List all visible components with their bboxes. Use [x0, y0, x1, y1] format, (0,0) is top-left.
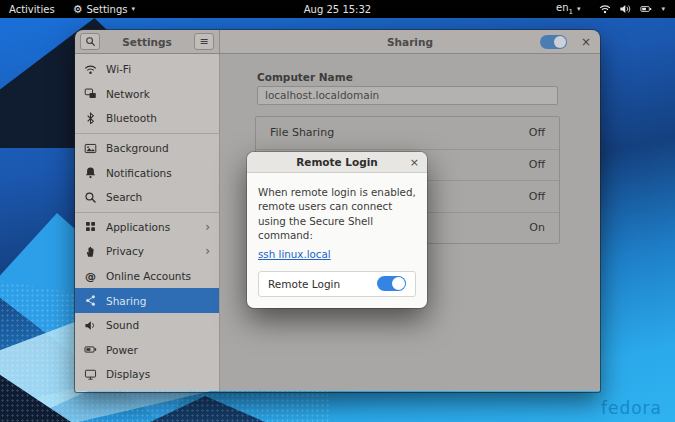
background-icon: [84, 142, 97, 155]
applications-grid-icon: [84, 220, 97, 233]
sidebar-item-label: Sound: [106, 319, 139, 331]
input-source-indicator[interactable]: en1 ▾: [547, 2, 589, 16]
dialog-header: Remote Login ×: [247, 152, 427, 173]
panel-title: Sharing: [387, 36, 433, 48]
caret-down-icon: ▾: [661, 5, 665, 13]
bluetooth-icon: [84, 112, 97, 125]
sidebar-item-notifications[interactable]: Notifications: [75, 160, 219, 185]
sidebar-item-mouse-touchpad[interactable]: Mouse & Touchpad: [75, 387, 219, 391]
sidebar-item-label: Search: [106, 191, 142, 203]
privacy-hand-icon: [84, 245, 97, 258]
list-item-file-sharing[interactable]: File Sharing Off: [256, 117, 559, 149]
ssh-command-link[interactable]: ssh linux.local: [258, 248, 331, 260]
sidebar-item-label: Sharing: [106, 295, 146, 307]
app-menu-label: Settings: [87, 4, 128, 15]
search-icon: [84, 191, 97, 204]
network-icon: [84, 87, 97, 100]
status-badge: On: [529, 221, 545, 234]
input-source-label: en1: [556, 2, 573, 16]
sidebar-item-search[interactable]: Search: [75, 185, 219, 210]
hamburger-menu-icon: ≡: [199, 36, 208, 47]
chevron-right-icon: ›: [205, 220, 210, 234]
computer-name-label: Computer Name: [257, 71, 353, 83]
sidebar-item-sharing[interactable]: Sharing: [75, 288, 219, 313]
fedora-logo: fedora: [601, 398, 662, 418]
sharing-master-toggle[interactable]: [540, 35, 567, 49]
toggle-knob: [554, 36, 566, 48]
remote-login-dialog: Remote Login × When remote login is enab…: [247, 152, 427, 308]
dialog-close-button[interactable]: ×: [410, 157, 419, 168]
desktop: fedora Activities ⚙ Settings ▾ Aug 25 15…: [0, 0, 675, 422]
sidebar-item-label: Background: [106, 142, 169, 154]
sidebar-separator: [75, 133, 219, 134]
bell-icon: [84, 166, 97, 179]
remote-login-row: Remote Login: [258, 271, 416, 297]
sidebar-item-power[interactable]: Power: [75, 338, 219, 363]
status-badge: Off: [529, 158, 545, 171]
window-header: Settings ≡ Sharing ×: [75, 30, 600, 54]
search-icon: [85, 36, 96, 47]
sidebar-item-privacy[interactable]: Privacy ›: [75, 239, 219, 264]
dialog-title: Remote Login: [296, 156, 378, 168]
sidebar-item-bluetooth[interactable]: Bluetooth: [75, 106, 219, 131]
sidebar-item-wifi[interactable]: Wi-Fi: [75, 57, 219, 82]
wifi-icon: [599, 3, 611, 15]
at-icon: @: [84, 270, 97, 283]
battery-icon: [639, 3, 653, 15]
status-badge: Off: [529, 126, 545, 139]
top-bar: Activities ⚙ Settings ▾ Aug 25 15:32 en1…: [0, 0, 675, 18]
menu-button[interactable]: ≡: [194, 33, 214, 50]
status-badge: Off: [529, 190, 545, 203]
remote-login-toggle[interactable]: [377, 276, 406, 291]
sidebar-item-label: Notifications: [106, 167, 172, 179]
wifi-icon: [84, 63, 97, 76]
activities-label: Activities: [9, 4, 55, 15]
sidebar-item-online-accounts[interactable]: @ Online Accounts: [75, 264, 219, 289]
chevron-right-icon: ›: [205, 244, 210, 258]
computer-name-field[interactable]: localhost.localdomain: [257, 86, 558, 105]
sidebar-item-network[interactable]: Network: [75, 82, 219, 107]
window-close-button[interactable]: ×: [581, 36, 591, 48]
sidebar-item-label: Displays: [106, 368, 150, 380]
share-icon: [84, 294, 97, 307]
toggle-knob: [392, 277, 405, 290]
sidebar-item-label: Network: [106, 88, 150, 100]
sidebar-item-label: Power: [106, 344, 138, 356]
window-title: Settings: [122, 36, 172, 48]
sidebar-item-applications[interactable]: Applications ›: [75, 215, 219, 240]
header-right: Sharing ×: [220, 30, 600, 53]
sidebar-item-label: Applications: [106, 221, 170, 233]
speaker-icon: [84, 319, 97, 332]
sidebar-item-sound[interactable]: Sound: [75, 313, 219, 338]
app-menu-button[interactable]: ⚙ Settings ▾: [64, 0, 144, 18]
gear-icon: ⚙: [73, 4, 83, 15]
remote-login-label: Remote Login: [268, 278, 340, 290]
sidebar-item-background[interactable]: Background: [75, 136, 219, 161]
volume-icon: [619, 3, 631, 15]
system-status-menu[interactable]: ▾: [589, 3, 675, 15]
caret-down-icon: ▾: [577, 5, 581, 13]
monitor-icon: [84, 368, 97, 381]
clock[interactable]: Aug 25 15:32: [295, 0, 380, 18]
sidebar-item-label: Bluetooth: [106, 112, 157, 124]
sidebar-item-label: Wi-Fi: [106, 63, 131, 75]
battery-icon: [84, 343, 97, 356]
sidebar-separator: [75, 212, 219, 213]
activities-button[interactable]: Activities: [0, 0, 64, 18]
caret-down-icon: ▾: [132, 5, 136, 13]
search-button[interactable]: [80, 33, 100, 50]
clock-label: Aug 25 15:32: [304, 4, 371, 15]
header-left: Settings ≡: [75, 30, 220, 53]
settings-sidebar: Wi-Fi Network Bluetooth: [75, 54, 220, 391]
dialog-description: When remote login is enabled, remote use…: [258, 185, 416, 243]
sidebar-item-displays[interactable]: Displays: [75, 362, 219, 387]
sidebar-item-label: Privacy: [106, 245, 144, 257]
sidebar-item-label: Online Accounts: [106, 270, 191, 282]
row-label: File Sharing: [270, 126, 334, 139]
dialog-body: When remote login is enabled, remote use…: [247, 173, 427, 308]
